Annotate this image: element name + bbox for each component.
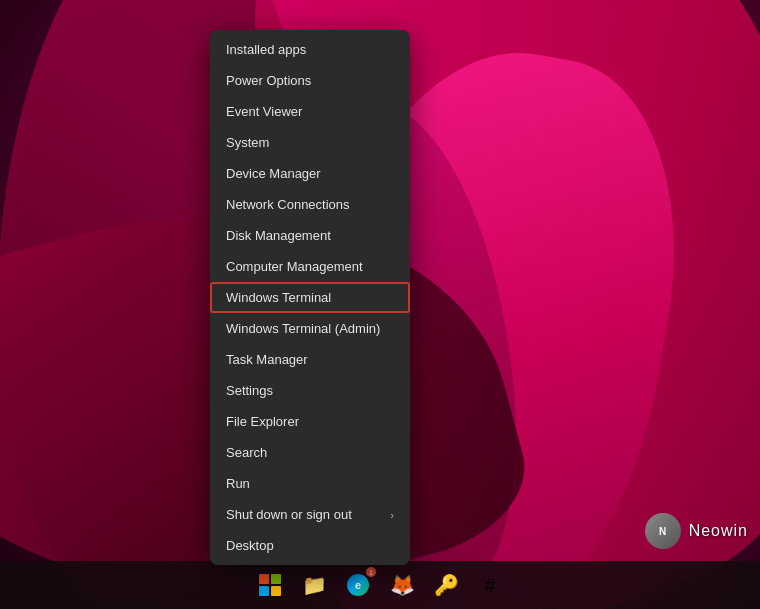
slack-taskbar-button[interactable]: # <box>470 565 510 605</box>
menu-item-label-settings: Settings <box>226 383 273 398</box>
folder-icon: 📁 <box>302 573 327 597</box>
neowin-text: Neowin <box>689 522 748 540</box>
slack-icon: # <box>484 574 495 597</box>
menu-item-label-device-manager: Device Manager <box>226 166 321 181</box>
menu-item-label-desktop: Desktop <box>226 538 274 553</box>
windows-logo-icon <box>259 574 281 596</box>
browser-taskbar-button[interactable]: 🦊 <box>382 565 422 605</box>
menu-item-device-manager[interactable]: Device Manager <box>210 158 410 189</box>
menu-item-label-network-connections: Network Connections <box>226 197 350 212</box>
menu-item-windows-terminal-admin[interactable]: Windows Terminal (Admin) <box>210 313 410 344</box>
file-explorer-taskbar-button[interactable]: 📁 <box>294 565 334 605</box>
menu-item-windows-terminal[interactable]: Windows Terminal <box>210 282 410 313</box>
menu-item-run[interactable]: Run <box>210 468 410 499</box>
menu-item-network-connections[interactable]: Network Connections <box>210 189 410 220</box>
menu-item-file-explorer[interactable]: File Explorer <box>210 406 410 437</box>
menu-item-system[interactable]: System <box>210 127 410 158</box>
start-button[interactable] <box>250 565 290 605</box>
edge-notification-badge: 1 <box>366 567 376 577</box>
menu-item-label-task-manager: Task Manager <box>226 352 308 367</box>
menu-item-label-shut-down-sign-out: Shut down or sign out <box>226 507 352 522</box>
1password-icon: 🔑 <box>434 573 459 597</box>
1password-taskbar-button[interactable]: 🔑 <box>426 565 466 605</box>
menu-item-label-power-options: Power Options <box>226 73 311 88</box>
menu-item-settings[interactable]: Settings <box>210 375 410 406</box>
menu-item-label-computer-management: Computer Management <box>226 259 363 274</box>
menu-item-label-windows-terminal-admin: Windows Terminal (Admin) <box>226 321 380 336</box>
menu-item-event-viewer[interactable]: Event Viewer <box>210 96 410 127</box>
menu-item-disk-management[interactable]: Disk Management <box>210 220 410 251</box>
menu-item-label-disk-management: Disk Management <box>226 228 331 243</box>
menu-item-label-run: Run <box>226 476 250 491</box>
browser-icon: 🦊 <box>390 573 415 597</box>
menu-item-label-installed-apps: Installed apps <box>226 42 306 57</box>
taskbar: 📁 e 1 🦊 🔑 # <box>0 561 760 609</box>
neowin-logo: N <box>645 513 681 549</box>
edge-taskbar-button[interactable]: e 1 <box>338 565 378 605</box>
neowin-badge: N Neowin <box>645 513 748 549</box>
menu-item-label-event-viewer: Event Viewer <box>226 104 302 119</box>
taskbar-icons: 📁 e 1 🦊 🔑 # <box>250 565 510 605</box>
context-menu: Installed appsPower OptionsEvent ViewerS… <box>210 30 410 565</box>
menu-item-task-manager[interactable]: Task Manager <box>210 344 410 375</box>
submenu-arrow-icon: › <box>390 509 394 521</box>
menu-item-computer-management[interactable]: Computer Management <box>210 251 410 282</box>
menu-item-search[interactable]: Search <box>210 437 410 468</box>
menu-item-label-windows-terminal: Windows Terminal <box>226 290 331 305</box>
menu-item-desktop[interactable]: Desktop <box>210 530 410 561</box>
menu-item-shut-down-sign-out[interactable]: Shut down or sign out› <box>210 499 410 530</box>
menu-item-power-options[interactable]: Power Options <box>210 65 410 96</box>
menu-item-installed-apps[interactable]: Installed apps <box>210 34 410 65</box>
menu-item-label-file-explorer: File Explorer <box>226 414 299 429</box>
menu-item-label-system: System <box>226 135 269 150</box>
edge-icon: e <box>347 574 369 596</box>
menu-item-label-search: Search <box>226 445 267 460</box>
